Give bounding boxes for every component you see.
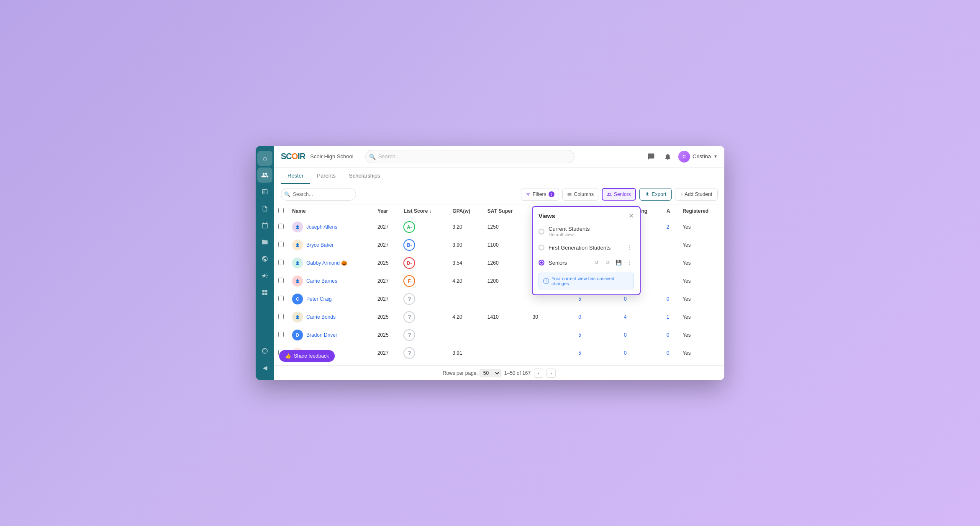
grade-badge: ?: [403, 347, 415, 359]
content-area: 🔍 Filters 1 Columns: [274, 184, 724, 380]
app-link[interactable]: 0: [667, 332, 670, 338]
student-link[interactable]: Carrie Bonds: [306, 314, 336, 320]
select-all-checkbox[interactable]: [278, 208, 284, 213]
history-icon[interactable]: ↺: [592, 258, 601, 267]
user-menu[interactable]: C Cristina ▼: [678, 151, 718, 162]
view-item-first-gen[interactable]: First Generation Students ⋮: [533, 240, 640, 255]
sidebar-item-grid[interactable]: [257, 285, 272, 300]
student-name-cell: 👤 Gabby Armond 🎃: [292, 258, 369, 268]
tab-parents[interactable]: Parents: [310, 168, 342, 184]
row-checkbox[interactable]: [278, 314, 284, 319]
more-options-icon[interactable]: ⋮: [625, 258, 634, 267]
student-name-cell: 👤 Bryce Baker: [292, 240, 369, 250]
save-icon[interactable]: 💾: [614, 258, 623, 267]
sidebar-item-globe[interactable]: [257, 251, 272, 266]
sidebar-item-document[interactable]: [257, 201, 272, 216]
following-link[interactable]: 0: [624, 296, 627, 302]
rows-select[interactable]: 50 25 100: [480, 369, 501, 377]
app-link[interactable]: 0: [667, 350, 670, 356]
table-search-input[interactable]: [281, 188, 356, 201]
row-checkbox[interactable]: [278, 224, 284, 229]
views-close-button[interactable]: ✕: [629, 213, 634, 219]
add-student-button[interactable]: + Add Student: [675, 188, 718, 201]
tab-scholarships[interactable]: Scholarships: [342, 168, 387, 184]
grade-badge: ?: [403, 329, 415, 341]
toolbar: 🔍 Filters 1 Columns: [274, 184, 724, 204]
row-checkbox[interactable]: [278, 242, 284, 247]
copy-icon[interactable]: ⧉: [603, 258, 612, 267]
tab-roster[interactable]: Roster: [281, 168, 310, 184]
following-link[interactable]: 4: [624, 314, 627, 320]
bell-icon[interactable]: [662, 150, 674, 163]
view-sublabel: Default view: [549, 232, 590, 237]
registered-cell: Yes: [678, 326, 724, 344]
sidebar-item-settings[interactable]: [257, 343, 272, 358]
app-link[interactable]: 2: [667, 224, 670, 230]
export-label: Export: [652, 191, 667, 197]
sidebar-item-reports[interactable]: [257, 184, 272, 199]
chat-icon[interactable]: [645, 150, 657, 163]
suggested-link[interactable]: 5: [578, 332, 581, 338]
registered-cell: Yes: [678, 308, 724, 326]
logo: SCOIR: [281, 152, 305, 161]
next-page-button[interactable]: ›: [546, 369, 556, 378]
following-link[interactable]: 0: [624, 332, 627, 338]
student-link[interactable]: Gabby Armond 🎃: [306, 260, 347, 266]
col-app: A: [662, 204, 678, 218]
filters-label: Filters: [533, 191, 546, 197]
sidebar-item-home[interactable]: ⌂: [257, 151, 272, 166]
student-link[interactable]: Bradon Driver: [306, 332, 337, 338]
global-search-input[interactable]: [365, 150, 575, 163]
student-link[interactable]: Carrie Barnes: [306, 278, 337, 284]
sidebar-item-students[interactable]: [257, 168, 272, 183]
suggested-link[interactable]: 5: [578, 350, 581, 356]
export-button[interactable]: Export: [639, 188, 672, 201]
student-link[interactable]: Joseph Allens: [306, 224, 337, 230]
suggested-link[interactable]: 5: [578, 296, 581, 302]
student-name-cell: 👤 Carrie Barnes: [292, 276, 369, 286]
table-row: D Bradon Driver 2025 ? 5 0 0: [274, 326, 724, 344]
sat-cell: [483, 326, 528, 344]
app-cell: [662, 272, 678, 290]
row-checkbox[interactable]: [278, 296, 284, 301]
seniors-view-button[interactable]: Seniors: [602, 188, 636, 201]
col-registered: Registered: [678, 204, 724, 218]
global-search: 🔍: [365, 150, 575, 163]
sidebar-item-calendar[interactable]: [257, 218, 272, 233]
year-cell: 2027: [373, 362, 399, 366]
avatar: 👤: [292, 258, 303, 268]
app-link[interactable]: 1: [667, 314, 670, 320]
view-radio-seniors: [539, 260, 544, 266]
sidebar-item-folder[interactable]: [257, 235, 272, 250]
avatar: 👤: [292, 222, 303, 232]
share-feedback-button[interactable]: 👍 Share feedback: [279, 350, 335, 362]
row-checkbox[interactable]: [278, 332, 284, 337]
row-checkbox[interactable]: [278, 278, 284, 283]
col-gpa: GPA(w): [448, 204, 483, 218]
view-item-current-students[interactable]: Current Students Default view: [533, 223, 640, 240]
sat-cell: [483, 290, 528, 308]
following-link[interactable]: 0: [624, 350, 627, 356]
more-options-icon[interactable]: ⋮: [625, 243, 634, 252]
filters-button[interactable]: Filters 1: [521, 188, 559, 201]
student-name-cell: 👤 Joseph Allens: [292, 222, 369, 232]
prev-page-button[interactable]: ‹: [534, 369, 543, 378]
app-link[interactable]: 0: [667, 296, 670, 302]
gpa-cell: [448, 290, 483, 308]
topbar: SCOIR Scoir High School 🔍: [274, 146, 724, 168]
columns-button[interactable]: Columns: [562, 188, 598, 201]
act-cell: 30: [528, 308, 575, 326]
sidebar-collapse-btn[interactable]: ◀: [257, 360, 272, 375]
row-checkbox[interactable]: [278, 260, 284, 265]
grade-badge: A-: [403, 221, 415, 233]
sidebar-item-megaphone[interactable]: [257, 268, 272, 283]
student-link[interactable]: Bryce Baker: [306, 242, 334, 248]
unsaved-message: Your current view has unsaved changes.: [552, 276, 629, 286]
avatar: C: [292, 294, 303, 304]
student-link[interactable]: Peter Craig: [306, 296, 332, 302]
view-item-seniors[interactable]: Seniors ↺ ⧉ 💾 ⋮: [533, 255, 640, 270]
grade-badge: D-: [403, 257, 415, 269]
suggested-link[interactable]: 0: [578, 314, 581, 320]
avatar: 👤: [292, 312, 303, 322]
gpa-cell: 3.91: [448, 344, 483, 362]
